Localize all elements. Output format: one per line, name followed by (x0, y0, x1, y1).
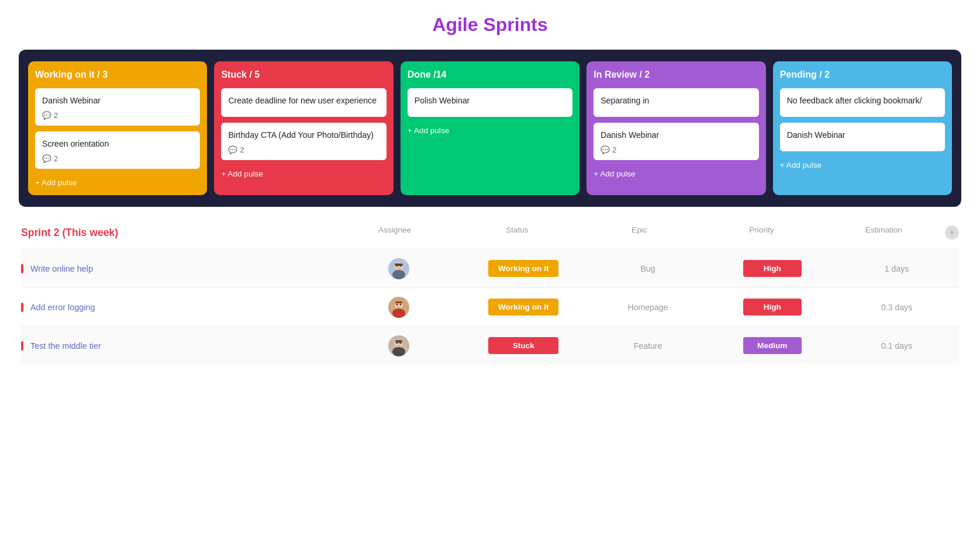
svg-point-2 (392, 270, 405, 279)
epic-text: Homepage (628, 303, 668, 312)
avatar (388, 297, 409, 318)
estimation-cell: 1 days (834, 259, 959, 278)
column-header-in-review: In Review / 2 (593, 70, 758, 80)
card-meta: 2 (42, 154, 193, 163)
kanban-card-c8[interactable]: No feedback after clicking bookmark/ (780, 88, 945, 117)
kanban-card-c6[interactable]: Separating in (593, 88, 758, 117)
sprint-col-labels: Assignee Status Epic Priority Estimation… (334, 226, 959, 240)
comment-count: 2 (54, 154, 58, 163)
task-name-text[interactable]: Add error logging (30, 303, 95, 312)
card-meta: 2 (42, 111, 193, 120)
epic-cell: Bug (586, 259, 710, 278)
col-assignee: Assignee (334, 226, 456, 240)
task-left-border (21, 303, 23, 312)
assignee-cell (337, 254, 461, 284)
assignee-cell (337, 292, 461, 322)
status-badge: Stuck (488, 337, 558, 354)
kanban-card-c3[interactable]: Create deadline for new user experience (221, 88, 386, 117)
status-cell[interactable]: Stuck (461, 332, 586, 359)
col-epic: Epic (578, 226, 701, 240)
card-title: Danish Webinar (601, 130, 751, 141)
task-name-text[interactable]: Test the middle tier (30, 341, 101, 351)
card-title: Danish Webinar (42, 95, 193, 106)
status-badge: Working on it (488, 299, 558, 315)
task-name-cell-r2: Add error logging (21, 297, 337, 318)
kanban-column-working-on-it: Working on it / 3Danish Webinar2Screen o… (28, 61, 207, 195)
sprint-cells: StuckFeatureMedium0.1 days (337, 331, 959, 361)
priority-badge: Medium (743, 337, 802, 354)
svg-point-13 (392, 347, 405, 356)
add-pulse-in-review[interactable]: + Add pulse (593, 168, 758, 179)
estimate-text: 1 days (885, 264, 909, 273)
card-title: Screen orientation (42, 138, 193, 150)
card-title: Polish Webinar (415, 95, 565, 106)
estimate-text: 0.1 days (881, 341, 912, 351)
card-title: Create deadline for new user experience (228, 95, 379, 106)
status-cell[interactable]: Working on it (461, 294, 586, 320)
priority-badge: High (743, 260, 802, 277)
kanban-card-c2[interactable]: Screen orientation2 (35, 131, 200, 169)
priority-cell[interactable]: High (710, 255, 834, 282)
comment-icon (228, 145, 237, 154)
epic-cell: Feature (586, 337, 710, 355)
kanban-card-c9[interactable]: Danish Webinar (780, 123, 945, 151)
column-header-done: Done /14 (408, 70, 572, 80)
sprint-rows-container: Write online helpWorking on itBugHigh1 d… (21, 249, 959, 365)
card-meta: 2 (601, 145, 751, 154)
status-cell[interactable]: Working on it (461, 255, 586, 282)
card-title: Danish Webinar (787, 130, 938, 141)
task-name-cell-r1: Write online help (21, 258, 337, 279)
add-pulse-working-on-it[interactable]: + Add pulse (35, 177, 200, 188)
sprint-title: Sprint 2 (This week) (21, 227, 334, 239)
estimation-cell: 0.3 days (834, 298, 959, 317)
add-pulse-done[interactable]: + Add pulse (408, 125, 572, 136)
svg-rect-16 (395, 340, 402, 343)
sprint-row: Test the middle tierStuckFeatureMedium0.… (21, 326, 959, 365)
kanban-column-done: Done /14Polish Webinar+ Add pulse (401, 61, 579, 195)
sprint-row: Add error loggingWorking on itHomepageHi… (21, 287, 959, 326)
add-column-button[interactable]: + (945, 226, 959, 240)
task-left-border (21, 264, 23, 273)
kanban-card-c4[interactable]: Birthday CTA (Add Your Photo/Birthday)2 (221, 123, 386, 160)
svg-point-10 (400, 303, 402, 305)
add-pulse-stuck[interactable]: + Add pulse (221, 168, 386, 179)
svg-rect-5 (395, 263, 403, 266)
assignee-cell (337, 331, 461, 361)
col-estimation: Estimation (823, 226, 945, 240)
sprint-cells: Working on itHomepageHigh0.3 days (337, 292, 959, 322)
comment-icon (42, 111, 51, 120)
priority-cell[interactable]: Medium (710, 332, 834, 359)
kanban-board: Working on it / 3Danish Webinar2Screen o… (19, 50, 961, 207)
avatar (388, 335, 409, 356)
kanban-card-c1[interactable]: Danish Webinar2 (35, 88, 200, 126)
column-header-stuck: Stuck / 5 (221, 70, 386, 80)
task-name-text[interactable]: Write online help (30, 264, 93, 273)
add-pulse-pending[interactable]: + Add pulse (780, 159, 945, 171)
epic-text: Feature (634, 341, 662, 351)
kanban-card-c5[interactable]: Polish Webinar (408, 88, 572, 117)
sprint-row: Write online helpWorking on itBugHigh1 d… (21, 249, 959, 287)
comment-count: 2 (240, 145, 244, 154)
col-priority: Priority (701, 226, 823, 240)
card-title: Separating in (601, 95, 751, 106)
task-left-border (21, 341, 23, 351)
comment-count: 2 (54, 111, 58, 120)
estimate-text: 0.3 days (881, 303, 912, 312)
priority-badge: High (743, 299, 802, 315)
status-badge: Working on it (488, 260, 558, 277)
estimation-cell: 0.1 days (834, 337, 959, 355)
priority-cell[interactable]: High (710, 294, 834, 320)
card-meta: 2 (228, 145, 379, 154)
task-name-cell-r3: Test the middle tier (21, 335, 337, 356)
sprint-section: Sprint 2 (This week) Assignee Status Epi… (19, 226, 961, 365)
kanban-card-c7[interactable]: Danish Webinar2 (593, 123, 758, 160)
comment-icon (601, 145, 610, 154)
svg-point-9 (396, 303, 398, 305)
card-title: Birthday CTA (Add Your Photo/Birthday) (228, 130, 379, 141)
kanban-column-pending: Pending / 2No feedback after clicking bo… (773, 61, 952, 195)
comment-icon (42, 154, 51, 163)
sprint-header-row: Sprint 2 (This week) Assignee Status Epi… (21, 226, 959, 240)
epic-text: Bug (640, 264, 655, 273)
comment-count: 2 (612, 145, 616, 154)
kanban-column-in-review: In Review / 2Separating inDanish Webinar… (586, 61, 765, 195)
